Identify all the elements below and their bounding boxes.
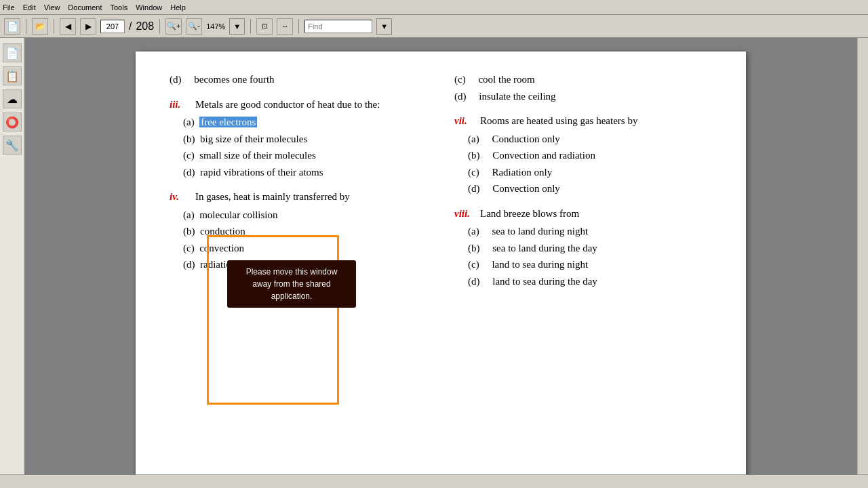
option-vii-b-id: (b) bbox=[468, 150, 490, 161]
sep3 bbox=[159, 19, 160, 34]
left-column: (d) becomes one fourth iii. Metals are g… bbox=[170, 72, 427, 296]
option-iv-d-id: (d) bbox=[183, 259, 197, 270]
option-iii-d: (d) rapid vibrations of their atoms bbox=[183, 165, 427, 180]
sidebar-icon-5[interactable]: 🔧 bbox=[3, 136, 22, 155]
sep5 bbox=[298, 19, 299, 34]
question-iii-header: iii. Metals are good conductor of heat d… bbox=[170, 97, 427, 113]
option-viii-b-text: sea to land during the day bbox=[492, 243, 597, 253]
option-d-text: becomes one fourth bbox=[194, 74, 274, 85]
menu-help[interactable]: Help bbox=[170, 3, 186, 12]
new-button[interactable]: 📄 bbox=[4, 18, 20, 35]
fit-page-button[interactable]: ⊡ bbox=[256, 18, 273, 35]
sidebar-icon-3[interactable]: ☁ bbox=[3, 89, 22, 108]
main-area: 📄 📋 ☁ ⭕ 🔧 (d) becomes one fourth bbox=[0, 38, 868, 474]
question-viii: viii. Land breeze blows from (a) sea to … bbox=[454, 206, 712, 289]
warning-line1: Please move this window bbox=[246, 267, 338, 277]
fit-width-button[interactable]: ↔ bbox=[277, 18, 293, 35]
option-vii-a: (a) Conduction only bbox=[468, 131, 712, 147]
option-iii-b-id: (b) bbox=[183, 134, 197, 144]
option-vii-d: (d) Convection only bbox=[468, 181, 712, 197]
zoom-level: 147% bbox=[206, 22, 225, 30]
option-iv-b-id: (b) bbox=[183, 226, 197, 237]
menu-tools[interactable]: Tools bbox=[111, 3, 128, 12]
option-iii-a: (a) free electrons bbox=[183, 115, 427, 130]
next-page-button[interactable]: ▶ bbox=[80, 18, 96, 35]
question-viii-text: Land breeze blows from bbox=[480, 206, 712, 222]
zoom-in-button[interactable]: 🔍+ bbox=[165, 18, 182, 35]
warning-tooltip: Please move this window away from the sh… bbox=[227, 260, 356, 308]
option-d-insulate-id: (d) bbox=[454, 91, 477, 102]
option-vii-c: (c) Radiation only bbox=[468, 165, 712, 180]
menu-edit[interactable]: Edit bbox=[23, 3, 36, 12]
zoom-out-button[interactable]: 🔍- bbox=[186, 18, 202, 35]
option-vii-a-text: Conduction only bbox=[492, 134, 559, 144]
toolbar: 📄 📂 ◀ ▶ / 208 🔍+ 🔍- 147% ▼ ⊡ ↔ ▼ bbox=[0, 15, 868, 38]
menu-document[interactable]: Document bbox=[68, 3, 102, 12]
question-viii-num: viii. bbox=[454, 206, 475, 222]
option-d-insulate-text: insulate the ceiling bbox=[479, 91, 555, 102]
question-iv-num: iv. bbox=[170, 189, 190, 205]
option-viii-c: (c) land to sea during night bbox=[468, 257, 712, 272]
question-vii-text: Rooms are heated using gas heaters by bbox=[480, 113, 712, 129]
right-column: (c) cool the room (d) insulate the ceili… bbox=[454, 72, 712, 296]
prev-page-button[interactable]: ◀ bbox=[60, 18, 76, 35]
option-viii-b: (b) sea to land during the day bbox=[468, 241, 712, 256]
option-iii-d-id: (d) bbox=[183, 167, 197, 178]
option-vii-b: (b) Convection and radiation bbox=[468, 148, 712, 163]
find-dropdown[interactable]: ▼ bbox=[376, 18, 392, 35]
option-vii-c-id: (c) bbox=[468, 167, 490, 178]
option-d-becomes: (d) becomes one fourth bbox=[170, 72, 427, 87]
option-iii-c: (c) small size of their molecules bbox=[183, 148, 427, 163]
option-vii-c-text: Radiation only bbox=[492, 167, 552, 178]
sidebar-icon-4[interactable]: ⭕ bbox=[3, 113, 22, 131]
zoom-dropdown[interactable]: ▼ bbox=[229, 18, 245, 35]
option-c-cool-text: cool the room bbox=[478, 74, 534, 85]
menu-view[interactable]: View bbox=[44, 3, 60, 12]
warning-line3: application. bbox=[271, 291, 313, 301]
option-d-insulate: (d) insulate the ceiling bbox=[454, 89, 712, 104]
option-iii-c-id: (c) bbox=[183, 150, 197, 161]
option-vii-a-id: (a) bbox=[468, 134, 490, 144]
option-viii-b-id: (b) bbox=[468, 243, 490, 253]
option-vii-d-text: Convection only bbox=[492, 183, 560, 194]
option-d-id: (d) bbox=[170, 74, 192, 85]
question-viii-header: viii. Land breeze blows from bbox=[454, 206, 712, 222]
sep2 bbox=[54, 19, 54, 34]
document-page: (d) becomes one fourth iii. Metals are g… bbox=[136, 52, 746, 474]
option-iii-b: (b) big size of their molecules bbox=[183, 131, 427, 147]
sidebar-icon-1[interactable]: 📄 bbox=[3, 43, 22, 62]
option-viii-d: (d) land to sea during the day bbox=[468, 274, 712, 289]
question-iv-text: In gases, heat is mainly transferred by bbox=[195, 189, 427, 205]
option-iii-c-text: small size of their molecules bbox=[199, 150, 316, 161]
page-current-input[interactable] bbox=[100, 20, 125, 33]
option-viii-a: (a) sea to land during night bbox=[468, 224, 712, 239]
option-viii-a-id: (a) bbox=[468, 226, 490, 237]
question-iv-header: iv. In gases, heat is mainly transferred… bbox=[170, 189, 427, 205]
two-column-layout: (d) becomes one fourth iii. Metals are g… bbox=[170, 72, 712, 296]
sep4 bbox=[250, 19, 251, 34]
option-c-cool-id: (c) bbox=[454, 74, 476, 85]
document-area[interactable]: (d) becomes one fourth iii. Metals are g… bbox=[24, 38, 857, 474]
vertical-scrollbar[interactable] bbox=[857, 38, 868, 474]
option-iii-a-text: free electrons bbox=[199, 117, 257, 127]
page-separator: / bbox=[129, 20, 132, 33]
option-viii-c-id: (c) bbox=[468, 259, 490, 270]
option-viii-c-text: land to sea during night bbox=[492, 259, 588, 270]
option-vii-b-text: Convection and radiation bbox=[492, 150, 595, 161]
sidebar-icon-2[interactable]: 📋 bbox=[3, 66, 22, 85]
option-iv-a-text: molecular collision bbox=[199, 209, 277, 220]
find-input[interactable] bbox=[304, 20, 372, 33]
option-iv-a: (a) molecular collision bbox=[183, 207, 427, 223]
menu-file[interactable]: File bbox=[3, 3, 15, 12]
option-vii-d-id: (d) bbox=[468, 183, 490, 194]
option-viii-a-text: sea to land during night bbox=[492, 226, 588, 237]
question-iv: iv. In gases, heat is mainly transferred… bbox=[170, 189, 427, 272]
option-viii-d-text: land to sea during the day bbox=[492, 276, 597, 287]
open-button[interactable]: 📂 bbox=[32, 18, 48, 35]
question-iii-options: (a) free electrons (b) big size of their… bbox=[183, 115, 427, 180]
question-vii-num: vii. bbox=[454, 113, 475, 129]
warning-line2: away from the shared bbox=[252, 279, 330, 289]
menu-window[interactable]: Window bbox=[136, 3, 162, 12]
status-bar bbox=[0, 474, 868, 488]
question-iii-num: iii. bbox=[170, 97, 190, 113]
